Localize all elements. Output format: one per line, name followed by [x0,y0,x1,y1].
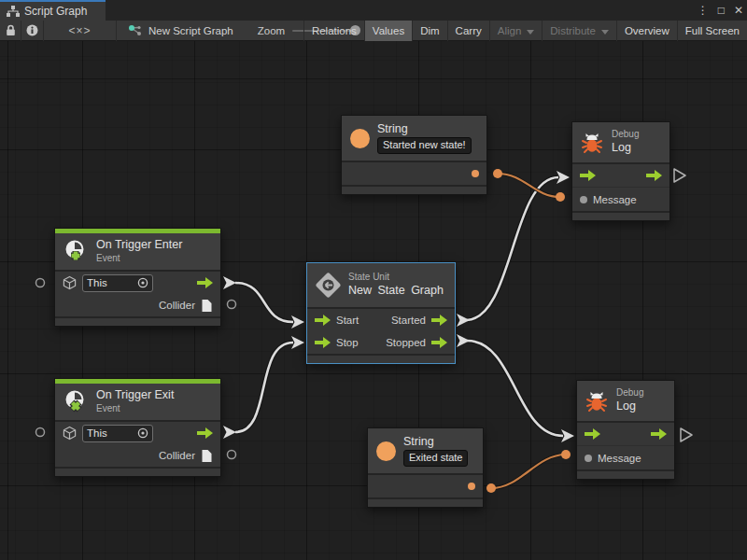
target-object-field[interactable]: This [82,425,153,442]
string-literal-icon [376,441,396,461]
node-body: This Collider [55,270,220,316]
gameobject-cube-icon [63,426,77,441]
overview-label: Overview [625,25,669,36]
node-debug-log-bottom[interactable]: Debug Log Message [576,380,675,480]
unconnected-flow-ports[interactable] [674,169,692,441]
info-icon [26,24,38,36]
string-output-port[interactable] [468,483,475,490]
flow-output-port[interactable] [431,315,447,326]
node-header: State Unit New State Graph [307,263,455,307]
flow-output-port[interactable] [431,337,447,348]
node-body: Start Started Stop Stopped [307,307,455,354]
code-brackets-icon: <×> [68,24,91,37]
node-on-trigger-enter[interactable]: On Trigger Enter Event This [54,228,221,327]
tab-script-graph[interactable]: Script Graph [0,0,106,21]
active-tab-indicator [0,0,106,2]
event-exit-icon [63,389,89,414]
flow-output-port[interactable] [197,427,213,439]
node-footer [55,467,220,476]
port-label: Started [391,315,426,326]
tab-title: Script Graph [24,5,87,18]
port-label: Message [598,453,641,464]
relations-label: Relations [312,25,357,36]
fullscreen-label: Full Screen [685,25,740,36]
kebab-menu-icon[interactable]: ⋮ [698,0,709,21]
target-value: This [87,427,107,439]
node-footer [368,497,483,507]
state-unit-icon [316,273,341,298]
carry-toggle[interactable]: Carry [447,21,489,41]
node-title: Log [616,399,643,414]
node-footer [572,211,669,220]
wire-exit-to-stop [235,343,293,432]
maximize-icon[interactable]: □ [718,0,725,21]
wire-string-to-message-top [498,174,560,197]
chevron-down-icon [527,30,534,35]
zoom-label: Zoom [258,25,285,36]
node-body: Message [572,162,669,211]
node-header: String Started new state! [342,116,486,161]
carry-label: Carry [456,25,482,36]
node-debug-log-top[interactable]: Debug Log Message [571,121,670,221]
node-string-top[interactable]: String Started new state! [341,115,487,195]
collider-document-icon[interactable] [201,449,213,463]
message-input-port[interactable] [580,196,587,203]
node-context: Debug [616,387,643,399]
object-picker-icon[interactable] [137,277,148,288]
graph-canvas[interactable]: String Started new state! [0,41,747,560]
relations-toggle[interactable]: Relations [303,21,364,41]
distribute-dropdown[interactable]: Distribute [542,21,616,41]
chevron-down-icon [601,30,609,35]
port-label: Stop [336,337,359,348]
node-header: Debug Log [572,122,669,162]
string-value-field[interactable]: Started new state! [377,137,472,154]
values-label: Values [373,25,404,36]
info-button[interactable] [21,21,44,41]
fullscreen-button[interactable]: Full Screen [677,21,747,41]
flow-output-port[interactable] [197,277,213,288]
node-string-bottom[interactable]: String Exited state [367,427,484,508]
node-footer [577,469,674,479]
flow-input-port[interactable] [315,337,331,348]
overview-button[interactable]: Overview [616,21,677,41]
string-output-port[interactable] [472,170,479,177]
node-title: String [403,435,468,450]
flow-output-port[interactable] [651,428,667,440]
flow-output-port[interactable] [646,170,662,181]
flow-input-port[interactable] [580,170,596,181]
node-state-unit[interactable]: State Unit New State Graph Start Started… [306,262,456,364]
close-icon[interactable]: ✕ [734,0,743,21]
dim-label: Dim [420,25,439,36]
bug-icon [581,132,603,154]
node-footer [55,316,220,326]
message-input-port[interactable] [585,455,592,462]
code-view-button[interactable]: <×> [44,21,117,41]
align-dropdown[interactable]: Align [489,21,543,41]
dim-toggle[interactable]: Dim [412,21,446,41]
node-header: On Trigger Exit Event [55,384,220,420]
align-label: Align [498,25,522,36]
target-object-field[interactable]: This [82,274,153,292]
port-label: Stopped [386,337,426,348]
lock-button[interactable] [0,21,21,41]
wire-string-to-message-bottom [491,455,566,488]
bug-icon [585,390,608,413]
node-title: New State Graph [348,284,444,299]
node-header: String Exited state [368,428,483,473]
values-toggle[interactable]: Values [364,21,412,41]
unity-script-graph-window: Script Graph ⋮ □ ✕ <×> [0,0,747,560]
collider-document-icon[interactable] [201,299,213,313]
node-title: On Trigger Enter [96,238,182,253]
string-value-field[interactable]: Exited state [403,450,468,467]
window-controls: ⋮ □ ✕ [698,0,743,21]
object-picker-icon[interactable] [137,427,148,439]
tab-bar: Script Graph ⋮ □ ✕ [0,0,747,21]
node-footer [307,354,455,363]
flow-input-port[interactable] [315,315,331,326]
port-label: Collider [159,300,195,311]
node-context: Debug [612,129,639,141]
graph-name: New Script Graph [148,25,233,36]
lock-icon [6,24,16,36]
flow-input-port[interactable] [585,428,600,440]
node-on-trigger-exit[interactable]: On Trigger Exit Event This [54,378,221,477]
